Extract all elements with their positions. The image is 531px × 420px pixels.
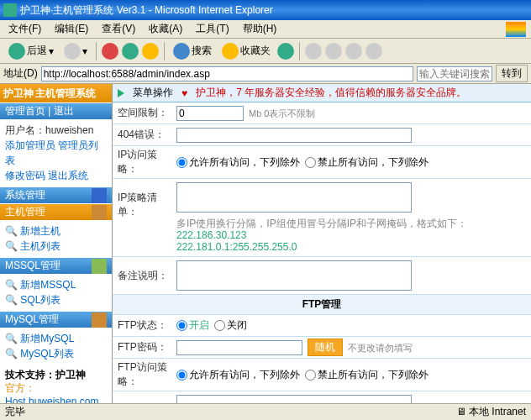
nav-host-list[interactable]: 🔍 主机列表 [5,239,107,254]
ftp-allow-radio[interactable]: 允许所有访问，下列除外 [176,368,300,382]
ftp-pwd-label: FTP密码： [118,340,176,354]
ftp-list-label: IP策略清单： [118,395,176,403]
db-icon [92,312,107,328]
ip-policy-label: IP访问策略： [118,148,176,176]
nav-add-admin[interactable]: 添加管理员 管理员列表 [5,138,107,168]
address-bar: 地址(D) 转到 [0,64,531,84]
history-icon[interactable] [277,43,294,60]
err404-input[interactable] [176,128,412,143]
main-title: 菜单操作 [133,86,173,100]
sidebar: 护卫神主机管理系统 管理首页 | 退出 用户名：huweishen 添加管理员 … [0,84,113,403]
space-input[interactable] [176,106,244,121]
menu-file[interactable]: 文件(F) [5,20,45,38]
menubar: 文件(F) 编辑(E) 查看(V) 收藏(A) 工具(T) 帮助(H) [0,20,531,39]
status-zone: 🖥 本地 Intranet [456,405,526,419]
remark-label: 备注说明： [118,260,176,283]
menu-view[interactable]: 查看(V) [98,20,139,38]
nav-add-mssql[interactable]: 🔍 新增MSSQL [5,277,107,292]
ftp-policy-label: FTP访问策略： [118,360,176,389]
err404-label: 404错误： [118,128,176,142]
nav-sys-header[interactable]: 系统管理 [0,186,112,203]
status-text: 完毕 [5,405,25,419]
url-input[interactable] [41,66,413,81]
ftp-status-label: FTP状态： [118,318,176,333]
logo: 护卫神主机管理系统 [0,84,112,102]
forward-button[interactable]: ▾ [60,41,91,61]
menu-tools[interactable]: 工具(T) [192,20,232,38]
ip-allow-radio[interactable]: 允许所有访问，下列除外 [176,155,300,170]
menu-fav[interactable]: 收藏(A) [145,20,186,38]
go-button[interactable]: 转到 [496,65,528,82]
ip-list-textarea[interactable] [176,182,412,213]
edit-icon[interactable] [345,43,362,60]
ftp-deny-radio[interactable]: 禁止所有访问，下列除外 [305,368,428,382]
ftp-section-header: FTP管理 [113,295,531,315]
ip-list-label: IP策略清单： [118,182,176,219]
nav-add-host[interactable]: 🔍 新增主机 [5,223,107,239]
space-label: 空间限制： [118,106,176,120]
toolbar: 后退 ▾ ▾ 搜索 收藏夹 [0,39,531,64]
ip-deny-radio[interactable]: 禁止所有访问，下列除外 [305,155,428,170]
ftp-close-radio[interactable]: 关闭 [214,318,247,333]
nav-username: 用户名：huweishen [5,123,107,138]
users-icon [92,259,107,274]
main-panel: 菜单操作 ♥ 护卫神，7 年服务器安全经验，值得信赖的服务器安全品牌。 空间限制… [113,84,531,403]
nav-mysql-header[interactable]: MySQL管理 [0,311,112,328]
window-titlebar: 护卫神·主机管理系统 Ver3.1 - Microsoft Internet E… [0,0,531,20]
status-bar: 完毕 🖥 本地 Intranet [0,403,531,420]
nav-mssql-header[interactable]: MSSQL管理 [0,257,112,274]
nav-add-mysql[interactable]: 🔍 新增MySQL [5,331,107,346]
print-icon[interactable] [325,43,342,60]
random-button[interactable]: 随机 [308,339,343,356]
stop-icon[interactable] [102,43,118,60]
favorites-button[interactable]: 收藏夹 [218,41,274,61]
play-icon [118,89,124,97]
nav-change-pwd[interactable]: 修改密码 退出系统 [5,168,107,183]
support-info: 技术支持：护卫神 官方：Host.huweishen.com 注意事项：本程序由… [0,365,112,403]
home-icon[interactable] [142,43,159,60]
window-title: 护卫神·主机管理系统 Ver3.1 - Microsoft Internet E… [20,3,273,18]
nav-mssql-list[interactable]: 🔍 SQL列表 [5,292,107,307]
discuss-icon[interactable] [365,43,382,60]
search-button[interactable]: 搜索 [170,41,215,61]
nav-host-header[interactable]: 主机管理 [0,203,112,220]
nav-home-header[interactable]: 管理首页 | 退出 [0,102,112,119]
refresh-icon[interactable] [122,43,139,60]
windows-flag-icon [506,22,526,37]
remark-textarea[interactable] [176,260,412,291]
keyword-input[interactable] [417,66,492,81]
ftp-open-radio[interactable]: 开启 [176,318,209,333]
gear-icon [92,188,107,203]
main-header: 菜单操作 ♥ 护卫神，7 年服务器安全经验，值得信赖的服务器安全品牌。 [113,84,531,102]
ftp-list-textarea[interactable] [176,395,412,403]
app-icon [3,3,17,17]
address-label: 地址(D) [3,66,38,81]
menu-edit[interactable]: 编辑(E) [51,20,92,38]
ftp-pwd-input[interactable] [176,340,302,355]
back-button[interactable]: 后退 ▾ [5,41,57,61]
cube-icon [92,205,107,220]
mail-icon[interactable] [305,43,322,60]
slogan: 护卫神，7 年服务器安全经验，值得信赖的服务器安全品牌。 [196,86,466,100]
menu-help[interactable]: 帮助(H) [239,20,281,38]
nav-mysql-list[interactable]: 🔍 MySQL列表 [5,346,107,361]
